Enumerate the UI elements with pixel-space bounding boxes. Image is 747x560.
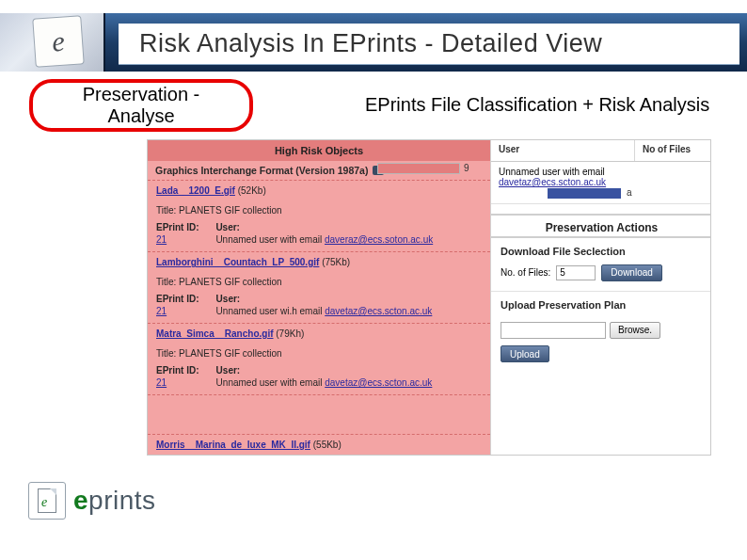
- user-email-link[interactable]: daveraz@ecs.soton.ac.uk: [325, 234, 433, 245]
- file-link[interactable]: Morris__Marina_de_luxe_MK_II.gif: [156, 440, 310, 450]
- entry-title: Title: PLANETS GIF collection: [156, 348, 482, 359]
- entry-meta-table: EPrint ID:User: 21 Unnamed user with ema…: [156, 221, 482, 246]
- user-email-link[interactable]: davetaz@ecs.scton.ac.uk: [325, 306, 432, 316]
- file-picker: Browse.: [501, 322, 703, 339]
- callout-line-2: Analyse: [107, 105, 174, 127]
- file-size: (79Kh): [276, 328, 304, 339]
- logo-icon: e: [32, 15, 85, 68]
- user-email-link[interactable]: davetaz@ecs.scton.ac.uk: [325, 377, 432, 388]
- format-row: Graphics Interchange Format (Version 198…: [155, 165, 384, 176]
- risk-entry: Morris__Marina_de_luxe_MK_II.gif (55Kb): [156, 440, 482, 450]
- title-strip: Risk Analysis In EPrints - Detailed View: [119, 24, 739, 65]
- slide-header: e Risk Analysis In EPrints - Detailed Vi…: [0, 13, 747, 72]
- download-selection-label: Download File Seclection: [491, 238, 711, 261]
- eprint-id-link[interactable]: 21: [156, 234, 167, 245]
- eprint-id-link[interactable]: 21: [156, 377, 167, 388]
- callout-line-1: Preservation -: [83, 84, 200, 105]
- user-count-n: a: [627, 187, 632, 198]
- entry-title: Title: PLANETS GIF collection: [156, 205, 482, 216]
- upload-button[interactable]: Upload: [501, 345, 549, 362]
- risk-entry: Matra_Simca__Rancho.gif (79Kh) Title: PL…: [156, 328, 482, 389]
- file-link[interactable]: Lamborghini__Countach_LP_500.gif: [156, 257, 319, 267]
- col-no-of-files: No of Files: [635, 140, 711, 161]
- separator: [148, 251, 490, 252]
- browse-button[interactable]: Browse.: [610, 322, 660, 339]
- format-count-bar: [377, 163, 460, 174]
- format-count: 9: [464, 163, 469, 173]
- separator: [148, 323, 490, 324]
- file-path-box[interactable]: [501, 322, 606, 339]
- file-link[interactable]: Matra_Simca__Rancho.gif: [156, 328, 274, 339]
- download-row: No. of Files: Download: [491, 261, 711, 292]
- eprints-wordmark: eprints: [73, 486, 156, 516]
- user-text: Unnamed user with email: [499, 167, 605, 177]
- eprints-logo-icon: e: [28, 482, 66, 520]
- eprints-brand: e eprints: [28, 482, 156, 520]
- separator: [148, 180, 490, 181]
- high-risk-heading: High Risk Objects: [148, 140, 490, 161]
- subtitle: EPrints File Classification + Risk Analy…: [365, 94, 709, 116]
- side-panel: User No of Files Unnamed user with email…: [490, 140, 711, 456]
- format-name: Graphics Interchange Format (Version 198…: [155, 165, 368, 176]
- file-size: (52Kb): [238, 185, 266, 196]
- user-count-row: Unnamed user with email davetaz@ecs.scto…: [491, 162, 711, 204]
- separator: [148, 394, 490, 395]
- eprint-id-link[interactable]: 21: [156, 306, 167, 316]
- col-user: User: [491, 140, 635, 161]
- download-button[interactable]: Download: [601, 264, 661, 281]
- risk-entry: Lada__1200_E.gif (52Kb) Title: PLANETS G…: [156, 185, 482, 246]
- user-count-bar: [548, 188, 621, 199]
- eprints-screenshot-panel: High Risk Objects Graphics Interchange F…: [147, 139, 711, 456]
- risk-entry: Lamborghini__Countach_LP_500.gif (75Kb) …: [156, 257, 482, 317]
- upload-plan-label: Upload Preservation Plan: [491, 292, 711, 314]
- page-title: Risk Analysis In EPrints - Detailed View: [139, 29, 602, 58]
- file-link[interactable]: Lada__1200_E.gif: [156, 185, 235, 196]
- separator: [148, 434, 490, 435]
- high-risk-area: High Risk Objects Graphics Interchange F…: [148, 140, 490, 456]
- file-size: (75Kb): [322, 257, 350, 267]
- no-of-files-input[interactable]: [556, 265, 596, 280]
- preservation-analyse-callout: Preservation - Analyse: [29, 79, 253, 132]
- entry-title: Title: PLANETS GIF collection: [156, 277, 482, 287]
- entry-meta-table: EPrint ID:User: 21 Unnamed user wi.h ema…: [156, 293, 482, 317]
- side-table-header: User No of Files: [491, 140, 711, 162]
- user-email-link[interactable]: davetaz@ecs.scton.ac.uk: [499, 177, 606, 187]
- file-size: (55Kb): [313, 440, 342, 450]
- entry-meta-table: EPrint ID:User: 21 Unnamed user with ema…: [156, 364, 482, 389]
- upload-row: Browse. Upload: [491, 314, 711, 371]
- no-of-files-label: No. of Files:: [501, 267, 550, 278]
- preservation-actions-heading: Preservation Actions: [491, 214, 711, 238]
